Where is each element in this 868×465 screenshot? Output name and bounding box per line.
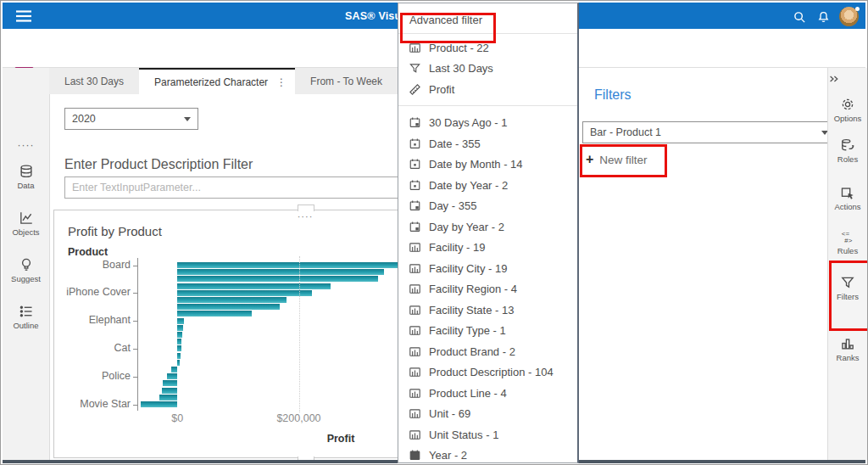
menu-item-facility-state-13[interactable]: Facility State - 13 [398,300,577,321]
calendar-date-icon [409,137,421,150]
bar-segment [177,283,331,289]
menu-item-label: Profit [429,83,454,96]
new-filter-dropdown-menu: Advanced filter Product - 22Last 30 Days… [398,3,579,463]
menu-item-date-by-year-2[interactable]: Date by Year - 2 [398,175,577,196]
menu-item-product-brand-2[interactable]: Product Brand - 2 [398,341,577,362]
axis-tick [133,349,138,350]
object-select[interactable]: Bar - Product 1 [582,121,836,143]
bar-segment [177,297,287,303]
menu-item-label: Product Line - 4 [429,387,507,400]
menu-item-product-description-104[interactable]: Product Description - 104 [398,362,577,384]
bar-segment [177,345,181,351]
menu-item-facility-type-1[interactable]: Facility Type - 1 [398,321,577,342]
new-filter-button[interactable]: + New filter [586,152,648,167]
menu-item-label: Date - 355 [429,137,481,150]
left-rail-item-objects[interactable]: Objects [3,210,49,237]
menu-item-product-line-4[interactable]: Product Line - 4 [398,383,577,404]
menu-item-day-355[interactable]: Day - 355 [398,196,577,217]
menu-item-facility-city-19[interactable]: Facility City - 19 [398,258,577,279]
category-icon [409,366,421,378]
tab-last-30-days[interactable]: Last 30 Days [49,68,139,94]
right-rail-item-options[interactable]: Options [828,96,867,123]
rail-item-label: Filters [828,292,867,301]
menu-item-date-by-month-14[interactable]: Date by Month - 14 [398,154,577,176]
calendar-day-icon [409,116,421,129]
category-icon [409,262,421,275]
gridline [299,256,300,412]
right-rail: OptionsRolesActions<=#>RulesFiltersRanks [827,68,867,460]
rail-item-label: Ranks [828,353,867,362]
right-rail-item-actions[interactable]: Actions [828,184,867,211]
rail-item-label: Rules [828,246,867,255]
menu-group-existing: Product - 22Last 30 DaysProfit [398,34,577,105]
axis-tick [133,293,138,294]
rail-item-label: Actions [828,202,867,211]
category-tick-label: Board [59,259,131,271]
calendar-filled-icon [409,449,421,462]
right-rail-item-ranks[interactable]: Ranks [828,335,867,362]
menu-item-label: Facility Region - 4 [429,283,517,295]
menu-item-day-by-year-2[interactable]: Day by Year - 2 [398,216,577,238]
right-rail-item-filters[interactable]: Filters [828,274,867,301]
tab-kebab-icon[interactable]: ⋮ [276,76,287,88]
menu-item-facility-19[interactable]: Facility - 19 [398,238,577,259]
filters-panel: Filters Bar - Product 1 + New filter [578,68,827,460]
menu-item-year-2[interactable]: Year - 2 [398,445,577,465]
search-icon[interactable] [793,11,806,24]
filters-panel-title: Filters [594,87,632,103]
bar-segment [159,395,177,401]
left-rail-item-data[interactable]: Data [3,163,49,190]
calendar-date-icon [409,158,421,171]
menu-item-label: Year - 2 [429,449,467,462]
menu-hamburger-icon[interactable] [15,9,32,23]
chevron-down-icon [184,117,191,121]
right-rail-item-roles[interactable]: Roles [828,137,867,164]
year-select[interactable]: 2020 [64,108,198,130]
object-handle[interactable] [298,204,314,211]
tab-from-to-week[interactable]: From - To Week [295,68,398,94]
user-avatar[interactable] [839,7,859,26]
rail-item-label: Objects [3,227,49,237]
menu-item-unit-status-1[interactable]: Unit Status - 1 [398,424,577,445]
tab-parameterized-character[interactable]: Parameterized Character⋮ [139,68,295,94]
plus-icon: + [586,152,593,167]
calendar-day-icon [409,199,421,212]
category-axis-title: Product [68,246,108,258]
menu-item-label: Last 30 Days [429,62,493,75]
rail-item-label: Options [828,114,867,123]
outline-list-icon [19,304,34,319]
left-rail-item-suggest[interactable]: Suggest [3,256,49,283]
filter-funnel-icon [409,62,421,75]
rail-item-label: Outline [3,321,49,330]
axis-tick [133,321,138,322]
object-drag-dots-icon[interactable]: ···· [292,211,318,221]
bar-segment [141,401,178,407]
category-icon [409,387,421,400]
notifications-bell-icon[interactable] [817,10,830,24]
chevrons-right-icon[interactable] [828,73,867,85]
lightbulb-icon [19,257,34,272]
prompt-heading: Enter Product Description Filter [64,157,253,172]
category-icon [409,241,421,254]
menu-item-unit-69[interactable]: Unit - 69 [398,404,577,425]
menu-item-date-355[interactable]: Date - 355 [398,133,577,154]
tab-label: Last 30 Days [64,76,124,87]
overflow-dots-icon[interactable]: ···· [3,139,49,151]
menu-item-product-22[interactable]: Product - 22 [398,37,577,59]
rail-item-label: Roles [828,154,867,164]
year-select-value: 2020 [72,113,96,125]
menu-item-profit[interactable]: Profit [398,79,577,100]
bar-segment [171,367,177,373]
left-rail-item-outline[interactable]: Outline [3,303,49,330]
menu-item-30-days-ago-1[interactable]: 30 Days Ago - 1 [398,113,577,134]
new-filter-label: New filter [599,154,647,166]
menu-item-last-30-days[interactable]: Last 30 Days [398,59,577,80]
right-rail-item-rules[interactable]: <=#>Rules [828,228,867,255]
menu-item-facility-region-4[interactable]: Facility Region - 4 [398,279,577,300]
advanced-filter-menu-item[interactable]: Advanced filter [398,3,577,33]
tab-label: From - To Week [310,76,382,87]
bar-segment [167,373,177,379]
bar-segment [177,269,384,275]
left-rail: ···· DataObjectsSuggestOutline [3,68,50,460]
category-tick-label: Elephant [59,314,131,326]
